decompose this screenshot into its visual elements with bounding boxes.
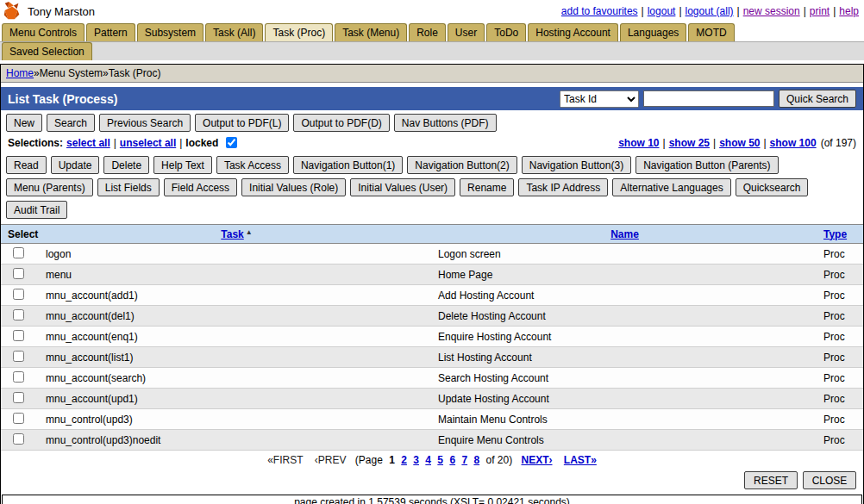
row-select-checkbox[interactable] bbox=[13, 413, 24, 424]
delete-button[interactable]: Delete bbox=[103, 156, 149, 174]
table-row: mnu_account(enq1) Enquire Hosting Accoun… bbox=[1, 327, 863, 347]
pagination-page-3-link[interactable]: 3 bbox=[413, 454, 419, 466]
row-select-checkbox[interactable] bbox=[13, 392, 24, 403]
task-ip-address-button[interactable]: Task IP Address bbox=[518, 178, 608, 196]
show-10-link[interactable]: show 10 bbox=[618, 137, 659, 149]
tab-todo[interactable]: ToDo bbox=[486, 23, 526, 41]
tab-role[interactable]: Role bbox=[409, 23, 446, 41]
primary-action-bar: New Search Previous Search Output to PDF… bbox=[1, 110, 863, 133]
help-link[interactable]: help bbox=[839, 5, 859, 17]
row-select-checkbox[interactable] bbox=[13, 247, 24, 258]
rename-button[interactable]: Rename bbox=[460, 178, 514, 196]
row-select-checkbox[interactable] bbox=[13, 289, 24, 300]
row-select-checkbox[interactable] bbox=[13, 268, 24, 279]
menu-parents-button[interactable]: Menu (Parents) bbox=[6, 178, 93, 196]
initial-values-user-button[interactable]: Initial Values (User) bbox=[350, 178, 455, 196]
column-header-select: Select bbox=[1, 225, 41, 244]
name-cell: Enquire Menu Controls bbox=[433, 430, 817, 451]
quick-search-input[interactable] bbox=[643, 90, 774, 107]
output-pdf-l-button[interactable]: Output to PDF(L) bbox=[195, 114, 289, 132]
task-cell: mnu_control(upd3)noedit bbox=[41, 430, 433, 451]
navigation-button-parents-button[interactable]: Navigation Button (Parents) bbox=[635, 156, 778, 174]
tab-pattern[interactable]: Pattern bbox=[86, 23, 135, 41]
type-cell: Proc bbox=[817, 409, 863, 430]
logout-link[interactable]: logout bbox=[648, 5, 676, 17]
tab-hosting-account[interactable]: Hosting Account bbox=[528, 23, 618, 41]
task-cell: mnu_account(search) bbox=[41, 368, 433, 389]
column-sort-type-link[interactable]: Type bbox=[823, 228, 847, 240]
pagination-page-6-link[interactable]: 6 bbox=[449, 454, 455, 466]
show-25-link[interactable]: show 25 bbox=[669, 137, 710, 149]
nav-buttons-pdf-button[interactable]: Nav Buttons (PDF) bbox=[394, 114, 497, 132]
task-action-bar-row1: Read Update Delete Help Text Task Access… bbox=[1, 152, 863, 175]
field-access-button[interactable]: Field Access bbox=[164, 178, 237, 196]
new-session-link[interactable]: new session bbox=[743, 5, 800, 17]
navigation-button-1-button[interactable]: Navigation Button(1) bbox=[293, 156, 403, 174]
pagination-page-7-link[interactable]: 7 bbox=[461, 454, 467, 466]
tab-task-all[interactable]: Task (All) bbox=[205, 23, 263, 41]
row-select-checkbox[interactable] bbox=[13, 309, 24, 320]
separator: | bbox=[763, 137, 766, 149]
breadcrumb-home-link[interactable]: Home bbox=[6, 67, 34, 79]
quick-search-field-select[interactable]: Task Id bbox=[560, 90, 639, 108]
pagination-last-link[interactable]: LAST» bbox=[564, 454, 597, 466]
print-link[interactable]: print bbox=[810, 5, 830, 17]
tab-menu-controls[interactable]: Menu Controls bbox=[2, 23, 85, 41]
select-all-link[interactable]: select all bbox=[66, 137, 110, 149]
quicksearch-button[interactable]: Quicksearch bbox=[736, 178, 809, 196]
locked-checkbox[interactable] bbox=[226, 137, 237, 148]
update-button[interactable]: Update bbox=[51, 156, 100, 174]
add-to-favourites-link[interactable]: add to favourites bbox=[561, 5, 638, 17]
column-sort-task-link[interactable]: Task bbox=[221, 228, 243, 240]
row-select-checkbox[interactable] bbox=[13, 351, 24, 362]
task-cell: mnu_account(add1) bbox=[41, 285, 433, 306]
column-sort-name-link[interactable]: Name bbox=[610, 228, 639, 240]
separator: | bbox=[114, 137, 116, 149]
reset-button[interactable]: RESET bbox=[744, 471, 798, 489]
close-button[interactable]: CLOSE bbox=[803, 471, 856, 489]
tab-subsystem[interactable]: Subsystem bbox=[137, 23, 203, 41]
pagination-page-5-link[interactable]: 5 bbox=[437, 454, 443, 466]
navigation-button-3-button[interactable]: Navigation Button(3) bbox=[522, 156, 631, 174]
table-header-row: Select Task▲ Name Type bbox=[1, 225, 863, 244]
pagination-page-2-link[interactable]: 2 bbox=[401, 454, 407, 466]
output-pdf-d-button[interactable]: Output to PDF(D) bbox=[293, 114, 389, 132]
main-tab-bar: Menu Controls Pattern Subsystem Task (Al… bbox=[0, 22, 864, 41]
quick-search-button[interactable]: Quick Search bbox=[779, 90, 856, 108]
table-row: mnu_account(list1) List Hosting Account … bbox=[1, 347, 863, 368]
logout-all-link[interactable]: logout (all) bbox=[686, 5, 734, 17]
help-text-button[interactable]: Help Text bbox=[153, 156, 212, 174]
row-select-checkbox[interactable] bbox=[13, 330, 24, 341]
alternative-languages-button[interactable]: Alternative Languages bbox=[612, 178, 730, 196]
show-100-link[interactable]: show 100 bbox=[770, 137, 817, 149]
audit-trail-button[interactable]: Audit Trail bbox=[6, 201, 67, 219]
tab-languages[interactable]: Languages bbox=[620, 23, 686, 41]
table-row: menu Home Page Proc bbox=[1, 264, 863, 285]
tab-saved-selection[interactable]: Saved Selection bbox=[2, 42, 92, 60]
search-button[interactable]: Search bbox=[47, 114, 95, 132]
new-button[interactable]: New bbox=[6, 114, 42, 132]
navigation-button-2-button[interactable]: Navigation Button(2) bbox=[407, 156, 517, 174]
quick-search-controls: Task Id Quick Search bbox=[560, 90, 856, 108]
show-50-link[interactable]: show 50 bbox=[719, 137, 760, 149]
pagination-page-4-link[interactable]: 4 bbox=[425, 454, 431, 466]
pagination-next-link[interactable]: NEXT› bbox=[522, 454, 553, 466]
list-fields-button[interactable]: List Fields bbox=[97, 178, 160, 196]
tab-motd[interactable]: MOTD bbox=[688, 23, 734, 41]
type-cell: Proc bbox=[817, 430, 863, 451]
unselect-all-link[interactable]: unselect all bbox=[120, 137, 176, 149]
row-select-checkbox[interactable] bbox=[13, 433, 24, 445]
pagination-page-8-link[interactable]: 8 bbox=[473, 454, 479, 466]
tab-task-proc[interactable]: Task (Proc) bbox=[265, 23, 333, 41]
tab-user[interactable]: User bbox=[448, 23, 485, 41]
row-select-checkbox[interactable] bbox=[13, 371, 24, 383]
type-cell: Proc bbox=[817, 347, 863, 368]
initial-values-role-button[interactable]: Initial Values (Role) bbox=[241, 178, 346, 196]
timing-info: page created in 1.57539 seconds (XSLT= 0… bbox=[2, 495, 862, 504]
previous-search-button[interactable]: Previous Search bbox=[99, 114, 191, 132]
tab-task-menu[interactable]: Task (Menu) bbox=[335, 23, 407, 41]
read-button[interactable]: Read bbox=[6, 156, 47, 174]
pagination-page-label: (Page bbox=[355, 454, 383, 466]
task-access-button[interactable]: Task Access bbox=[216, 156, 289, 174]
pagination: «FIRST ‹PREV (Page 1 2 3 4 5 6 7 8 of 20… bbox=[1, 451, 863, 470]
